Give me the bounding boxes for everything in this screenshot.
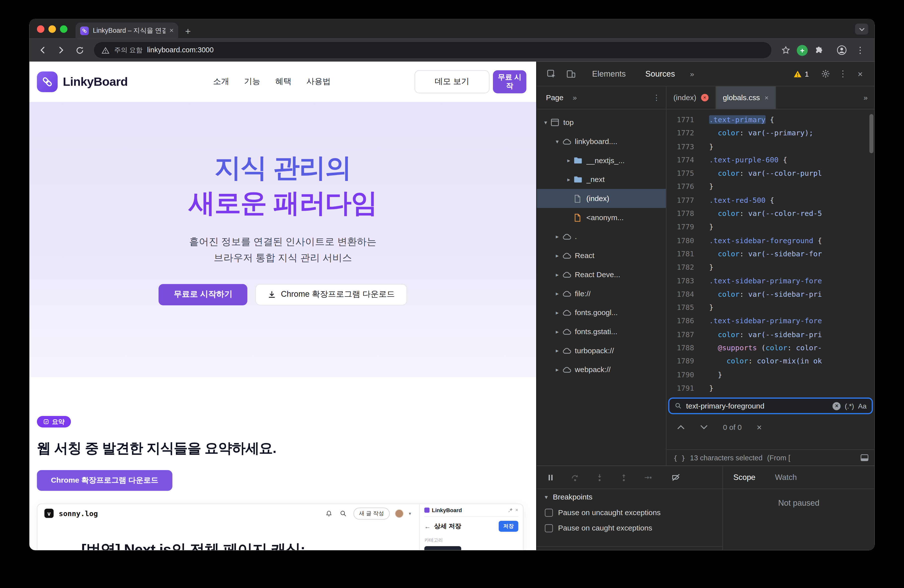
tree-item[interactable]: ▾linkyboard.... <box>537 132 666 151</box>
line-number[interactable]: 1772 <box>667 126 694 140</box>
extension-badge-icon[interactable]: + <box>797 45 808 55</box>
site-logo-icon[interactable] <box>37 71 58 92</box>
tab-sources[interactable]: Sources <box>645 69 675 78</box>
site-brand[interactable]: LinkyBoard <box>63 75 128 89</box>
chevron-right-icon[interactable]: ▸ <box>564 176 573 183</box>
tree-item[interactable]: (index) <box>537 189 666 208</box>
line-number[interactable]: 1776 <box>667 180 694 193</box>
match-case-toggle[interactable]: Aa <box>858 402 866 410</box>
browser-menu-icon[interactable]: ⋮ <box>853 43 868 58</box>
reload-button[interactable] <box>72 43 87 58</box>
regex-toggle[interactable]: (.*) <box>845 402 854 410</box>
step-over-icon[interactable] <box>570 473 580 482</box>
tab-watch[interactable]: Watch <box>775 473 797 482</box>
tree-item[interactable]: ▸fonts.googl... <box>537 303 666 322</box>
tree-item[interactable]: ▸React <box>537 246 666 265</box>
pause-script-icon[interactable] <box>546 473 555 482</box>
summary-download-button[interactable]: Chrome 확장프로그램 다운로드 <box>37 470 172 491</box>
close-devtools-icon[interactable]: × <box>854 68 866 80</box>
address-bar[interactable]: 주의 요함 linkyboard.com:3000 <box>94 42 771 58</box>
browser-tab[interactable]: LinkyBoard – 지식을 연결하는 스 × <box>76 22 178 39</box>
line-number[interactable]: 1782 <box>667 260 694 274</box>
close-tab-icon[interactable]: × <box>765 94 768 101</box>
line-number[interactable]: 1774 <box>667 153 694 167</box>
tree-item[interactable]: ▸fonts.gstati... <box>537 322 666 341</box>
editor-more-tabs-icon[interactable]: » <box>864 93 868 102</box>
line-number[interactable]: 1789 <box>667 355 694 368</box>
chevron-right-icon[interactable]: ▸ <box>553 252 562 259</box>
blog-avatar[interactable] <box>395 509 404 518</box>
tree-item[interactable]: ▸__nextjs_... <box>537 151 666 170</box>
settings-gear-icon[interactable] <box>819 68 832 80</box>
editor-tab-index[interactable]: (index) × <box>667 87 716 109</box>
demo-button[interactable]: 데모 보기 <box>414 70 490 93</box>
breakpoints-header[interactable]: ▼ Breakpoints <box>537 489 722 505</box>
tree-item[interactable]: ▸_next <box>537 170 666 189</box>
chevron-down-icon[interactable]: ▾ <box>409 511 411 516</box>
chevron-down-icon[interactable]: ▾ <box>553 138 562 145</box>
chevron-right-icon[interactable]: ▸ <box>553 309 562 316</box>
tree-item[interactable]: ▸file:// <box>537 284 666 303</box>
profile-avatar-icon[interactable] <box>834 43 849 58</box>
breakpoint-option[interactable]: Pause on caught exceptions <box>537 520 722 536</box>
line-number[interactable]: 1778 <box>667 207 694 220</box>
tab-elements[interactable]: Elements <box>592 69 626 78</box>
tree-item[interactable]: ▸React Deve... <box>537 265 666 284</box>
close-tab-error-icon[interactable]: × <box>701 94 708 101</box>
chevron-down-icon[interactable]: ▾ <box>541 119 550 126</box>
tab-page[interactable]: Page <box>546 93 564 102</box>
security-warning-icon[interactable] <box>101 46 110 54</box>
console-drawer-icon[interactable] <box>860 454 869 461</box>
tree-item[interactable]: ▸turbopack:// <box>537 341 666 360</box>
pane-more-tabs-icon[interactable]: » <box>573 93 577 102</box>
tree-item[interactable]: ▸. <box>537 227 666 246</box>
issues-badge[interactable]: 1 <box>793 69 809 78</box>
panel-save-button[interactable]: 저장 <box>499 521 518 532</box>
line-number[interactable]: 1786 <box>667 314 694 328</box>
deactivate-breakpoints-icon[interactable] <box>671 473 681 482</box>
line-number[interactable]: 1784 <box>667 287 694 301</box>
line-number[interactable]: 1777 <box>667 193 694 207</box>
hero-download-button[interactable]: Chrome 확장프로그램 다운로드 <box>256 284 407 305</box>
close-find-icon[interactable]: × <box>757 422 762 431</box>
chevron-right-icon[interactable]: ▸ <box>553 347 562 354</box>
editor-scrollbar[interactable] <box>869 114 874 153</box>
nav-link[interactable]: 사용법 <box>307 77 331 87</box>
line-number[interactable]: 1783 <box>667 274 694 287</box>
tree-item[interactable]: ▾top <box>537 113 666 132</box>
bookmark-star-icon[interactable] <box>778 43 793 58</box>
blog-name[interactable]: sonny.log <box>59 509 319 518</box>
tab-search-button[interactable] <box>855 24 868 35</box>
chevron-right-icon[interactable]: ▸ <box>553 366 562 373</box>
chevron-right-icon[interactable]: ▸ <box>553 290 562 297</box>
search-icon[interactable] <box>339 509 348 518</box>
chevron-right-icon[interactable]: ▸ <box>564 157 573 164</box>
hero-start-button[interactable]: 무료로 시작하기 <box>159 284 248 305</box>
new-post-button[interactable]: 새 글 작성 <box>353 507 390 519</box>
checkbox[interactable] <box>545 508 553 517</box>
back-arrow-icon[interactable]: ← <box>424 523 431 530</box>
nav-link[interactable]: 혜택 <box>275 77 291 87</box>
tree-item[interactable]: ▸webpack:// <box>537 360 666 379</box>
inspect-element-icon[interactable] <box>545 68 558 80</box>
step-into-icon[interactable] <box>595 473 604 482</box>
line-number[interactable]: 1790 <box>667 368 694 381</box>
tab-scope[interactable]: Scope <box>733 473 755 482</box>
tab-close-icon[interactable]: × <box>169 27 174 34</box>
line-number[interactable]: 1791 <box>667 381 694 395</box>
step-out-icon[interactable] <box>619 473 628 482</box>
line-number[interactable]: 1780 <box>667 234 694 247</box>
tree-item[interactable]: <anonym... <box>537 208 666 227</box>
close-panel-icon[interactable]: × <box>515 508 518 512</box>
line-number[interactable]: 1773 <box>667 140 694 153</box>
line-number[interactable]: 1788 <box>667 341 694 355</box>
next-match-icon[interactable] <box>700 424 708 430</box>
new-tab-button[interactable]: + <box>185 27 191 36</box>
device-toolbar-icon[interactable] <box>564 68 577 80</box>
free-start-button[interactable]: 무료 시작 <box>493 70 526 93</box>
step-icon[interactable] <box>643 473 653 482</box>
minimize-window-button[interactable] <box>48 25 56 33</box>
line-number[interactable]: 1785 <box>667 301 694 314</box>
previous-match-icon[interactable] <box>677 424 685 430</box>
nav-link[interactable]: 기능 <box>244 77 260 87</box>
